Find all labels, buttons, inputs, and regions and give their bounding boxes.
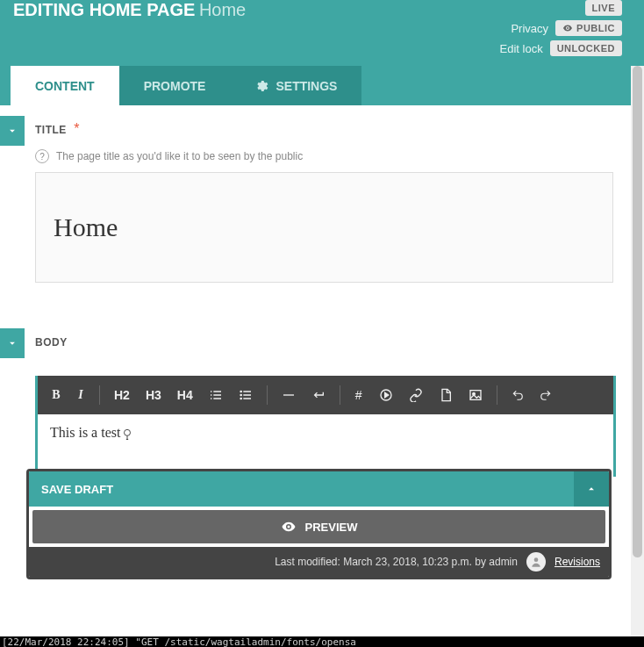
revision-row: Last modified: March 23, 2018, 10:23 p.m… (29, 547, 609, 577)
bold-button[interactable]: B (45, 385, 68, 406)
title-help: ? The page title as you'd like it to be … (35, 149, 644, 163)
title-help-text: The page title as you'd like it to be se… (56, 150, 303, 162)
body-label: BODY (35, 336, 68, 349)
document-button[interactable] (432, 385, 460, 406)
preview-button[interactable]: Preview (32, 510, 605, 543)
h4-button[interactable]: H4 (170, 385, 200, 406)
terminal-output: [22/Mar/2018 22:24:05] "GET /static/wagt… (0, 636, 644, 647)
richtext-editor: B I H2 H3 H4 # (35, 376, 613, 477)
document-icon (439, 388, 453, 402)
privacy-label: Privacy (511, 22, 548, 35)
user-icon (530, 556, 542, 568)
vertical-scrollbar[interactable] (631, 66, 644, 638)
ordered-list-icon (209, 388, 223, 402)
avatar (526, 552, 546, 572)
embed-button[interactable] (372, 385, 400, 406)
text-cursor-icon (121, 426, 133, 442)
privacy-value: PUBLIC (576, 23, 615, 33)
page-title-name: Home (199, 0, 246, 19)
link-button[interactable] (402, 385, 430, 406)
svg-point-7 (125, 430, 131, 436)
link-icon (409, 388, 423, 402)
editor-body[interactable]: This is a test (38, 414, 613, 477)
eye-icon (281, 519, 297, 535)
tab-promote[interactable]: Promote (119, 66, 231, 105)
chevron-down-icon (6, 125, 18, 137)
status-badge[interactable]: LIVE (585, 0, 622, 16)
save-options-toggle[interactable] (574, 471, 609, 507)
svg-point-2 (240, 398, 242, 400)
image-button[interactable] (462, 385, 490, 406)
tab-bar: Content Promote Settings (0, 66, 644, 105)
unordered-list-icon (239, 388, 253, 402)
title-field-section: TITLE * ? The page title as you'd like i… (0, 105, 644, 283)
svg-rect-3 (283, 394, 294, 395)
h3-button[interactable]: H3 (139, 385, 168, 406)
body-text: This is a test (50, 425, 120, 440)
separator (267, 385, 268, 405)
collapse-title-toggle[interactable] (0, 116, 25, 146)
eye-icon (562, 23, 573, 33)
editlock-row: Edit lock UNLOCKED (500, 40, 622, 56)
body-field-section: BODY B I H2 H3 H4 (0, 318, 644, 477)
gear-icon (254, 79, 268, 93)
revisions-link[interactable]: Revisions (555, 556, 600, 568)
title-input[interactable] (35, 172, 613, 283)
editlock-value: UNLOCKED (557, 43, 615, 54)
svg-point-8 (534, 557, 539, 562)
preview-label: Preview (305, 521, 358, 534)
privacy-badge[interactable]: PUBLIC (555, 20, 622, 36)
status-value: LIVE (592, 3, 615, 13)
action-bar: Save draft Preview Last modified: March … (26, 469, 612, 579)
collapse-body-toggle[interactable] (0, 328, 25, 358)
undo-button[interactable] (504, 385, 531, 406)
editlock-label: Edit lock (500, 42, 543, 55)
editlock-badge[interactable]: UNLOCKED (550, 40, 622, 56)
title-label: TITLE (35, 124, 67, 136)
scroll-thumb[interactable] (633, 66, 642, 557)
hr-icon (282, 388, 296, 402)
svg-point-0 (240, 391, 242, 393)
chevron-up-icon (585, 483, 597, 495)
redo-button[interactable] (533, 385, 559, 406)
ordered-list-button[interactable] (202, 385, 230, 406)
hr-button[interactable] (275, 385, 303, 406)
separator (497, 385, 497, 405)
page-title-prefix: EDITING HOME PAGE (13, 0, 195, 20)
editor-toolbar: B I H2 H3 H4 # (38, 376, 613, 414)
privacy-row: Privacy PUBLIC (500, 20, 622, 36)
undo-icon (512, 389, 524, 401)
tab-content[interactable]: Content (11, 66, 119, 105)
status-row: Status LIVE (500, 0, 622, 16)
hash-button[interactable]: # (347, 385, 370, 406)
svg-point-1 (240, 394, 242, 397)
required-indicator: * (74, 121, 79, 136)
help-icon[interactable]: ? (35, 149, 49, 163)
unordered-list-button[interactable] (232, 385, 260, 406)
page-meta: Status LIVE Privacy PUBLIC Edit lock UNL… (500, 0, 622, 61)
italic-button[interactable]: I (69, 385, 92, 406)
save-draft-button[interactable]: Save draft (29, 471, 574, 507)
linebreak-button[interactable] (304, 385, 333, 406)
separator (99, 385, 100, 405)
chevron-down-icon (6, 337, 18, 349)
redo-icon (540, 389, 552, 401)
tab-settings-label: Settings (275, 79, 337, 93)
tab-settings[interactable]: Settings (230, 66, 361, 105)
image-icon (469, 388, 483, 402)
last-modified-text: Last modified: March 23, 2018, 10:23 p.m… (275, 556, 518, 568)
h2-button[interactable]: H2 (107, 385, 137, 406)
return-icon (311, 388, 326, 402)
svg-rect-5 (470, 391, 481, 400)
separator (340, 385, 340, 405)
play-circle-icon (379, 388, 393, 402)
page-header: EDITING HOME PAGE Home Status LIVE Priva… (0, 0, 644, 66)
